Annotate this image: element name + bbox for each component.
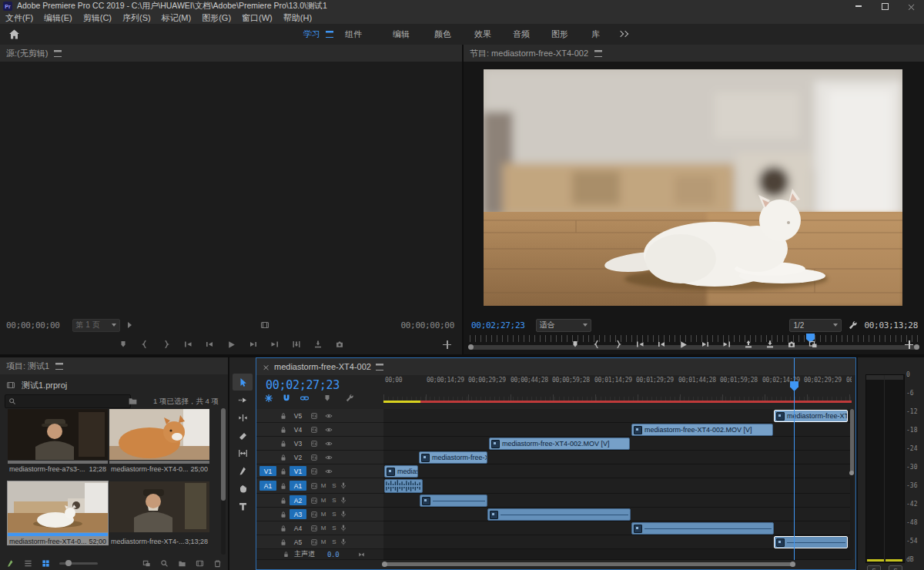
project-scrollbar[interactable] <box>221 408 226 555</box>
solo-right-button[interactable]: S <box>889 565 902 570</box>
nest-sequence-toggle-icon[interactable] <box>264 394 273 403</box>
panel-divider[interactable] <box>462 45 464 354</box>
track-header-a3[interactable]: A3 M S <box>256 508 383 521</box>
lift-icon[interactable] <box>744 340 753 349</box>
menu-item-clip[interactable]: 剪辑(C) <box>78 12 117 24</box>
step-back-icon[interactable] <box>205 340 214 349</box>
clip-v3[interactable]: mediastorm-free-XT4-002.MOV [V] <box>489 438 630 450</box>
sync-lock-icon[interactable] <box>310 538 318 546</box>
more-workspaces-button[interactable] <box>614 28 632 42</box>
play-icon[interactable] <box>226 340 236 350</box>
find-icon[interactable] <box>160 559 169 568</box>
new-bin-icon[interactable] <box>178 559 186 568</box>
close-sequence-icon[interactable] <box>263 364 269 370</box>
clip-v1[interactable]: medias <box>384 465 418 478</box>
tab-editing[interactable]: 编辑 <box>390 28 413 40</box>
lock-icon[interactable] <box>280 511 287 518</box>
pan-bowtie-icon[interactable] <box>357 551 366 558</box>
snap-magnet-icon[interactable] <box>282 394 291 403</box>
clip-a3-audio[interactable] <box>487 508 631 521</box>
project-item-3-selected[interactable]: mediastorm-free-XT4-0... 52;00 <box>7 481 109 545</box>
menu-item-edit[interactable]: 编辑(E) <box>38 12 78 24</box>
track-name[interactable]: V5 <box>290 411 306 421</box>
linked-selection-icon[interactable] <box>300 394 310 403</box>
program-monitor-header[interactable]: 节目: mediastorm-free-XT4-002 <box>464 45 924 62</box>
ripple-edit-tool[interactable] <box>233 409 253 426</box>
add-marker-icon[interactable] <box>119 340 128 349</box>
pen-tool[interactable] <box>233 462 253 479</box>
track-header-a1[interactable]: A1 A1 M S <box>256 478 383 494</box>
sync-lock-icon[interactable] <box>310 511 318 518</box>
clip-v2[interactable]: mediastorm-free-XT4-0 <box>419 451 487 464</box>
clip-a1-audio[interactable] <box>384 479 423 493</box>
mark-in-icon[interactable] <box>140 340 149 349</box>
selection-tool[interactable] <box>233 374 253 391</box>
sync-lock-icon[interactable] <box>310 482 318 490</box>
add-marker-icon[interactable] <box>571 340 580 349</box>
track-name[interactable]: A2 <box>290 495 306 505</box>
solo-button[interactable]: S <box>329 525 340 531</box>
lock-icon[interactable] <box>280 525 287 532</box>
timeline-hscroll-thumb[interactable] <box>383 562 794 566</box>
button-editor-icon[interactable] <box>443 340 451 349</box>
source-patch-slot[interactable] <box>259 424 276 434</box>
project-item-4[interactable]: mediastorm-free-XT4-... 3;13;28 <box>109 481 210 545</box>
solo-button[interactable]: S <box>329 497 340 504</box>
mark-out-icon[interactable] <box>614 340 623 349</box>
icon-view-icon[interactable] <box>42 559 50 568</box>
razor-tool[interactable] <box>233 427 253 444</box>
mark-in-icon[interactable] <box>592 340 601 349</box>
maximize-button[interactable] <box>872 0 898 12</box>
lock-icon[interactable] <box>280 454 287 461</box>
project-item-2[interactable]: mediastorm-free-XT4-0... 25;00 <box>109 408 210 473</box>
home-button[interactable] <box>5 28 23 42</box>
extract-icon[interactable] <box>765 340 775 349</box>
lock-icon[interactable] <box>280 426 287 434</box>
eye-icon[interactable] <box>324 468 333 475</box>
sync-lock-icon[interactable] <box>310 497 318 505</box>
hscroll-handle-right[interactable] <box>790 562 795 567</box>
program-zoom-select[interactable]: 适合 <box>536 319 591 332</box>
solo-left-button[interactable]: S <box>867 565 881 570</box>
tab-color[interactable]: 颜色 <box>431 28 454 40</box>
source-patch-v1[interactable]: V1 <box>259 466 276 476</box>
timeline-settings-wrench-icon[interactable] <box>345 394 354 403</box>
eye-icon[interactable] <box>324 426 333 434</box>
project-item-1[interactable]: mediastorm-free-a7s3-... 12;28 <box>7 408 109 473</box>
insert-icon[interactable] <box>292 340 301 349</box>
clip-a4-audio[interactable] <box>631 522 774 535</box>
mute-button[interactable]: M <box>318 538 329 545</box>
tab-effects[interactable]: 效果 <box>471 28 494 40</box>
source-patch-slot[interactable] <box>259 438 276 448</box>
mark-out-icon[interactable] <box>162 340 171 349</box>
automate-to-sequence-icon[interactable] <box>142 559 151 568</box>
solo-button[interactable]: S <box>329 538 340 545</box>
type-tool[interactable] <box>233 498 253 515</box>
clip-a2-audio[interactable] <box>420 495 487 507</box>
clip-a5-audio-selected[interactable] <box>774 536 848 548</box>
export-frame-icon[interactable] <box>335 340 344 349</box>
mic-voiceover-icon[interactable] <box>340 510 347 518</box>
mute-button[interactable]: M <box>318 511 329 518</box>
timeline-horizontal-scrollbar[interactable] <box>383 562 852 567</box>
solo-button[interactable]: S <box>329 482 340 489</box>
tab-audio[interactable]: 音频 <box>510 28 533 40</box>
tab-libraries[interactable]: 库 <box>588 28 603 40</box>
source-settings-icon[interactable] <box>260 320 270 330</box>
solo-button[interactable]: S <box>329 511 340 518</box>
panel-menu-icon[interactable] <box>594 50 602 57</box>
step-forward-icon[interactable] <box>701 340 710 349</box>
track-header-v3[interactable]: V3 <box>256 437 383 451</box>
source-patch-slot[interactable] <box>259 509 276 519</box>
tab-graphics[interactable]: 图形 <box>548 28 571 40</box>
program-video-frame[interactable] <box>484 69 902 306</box>
track-name[interactable]: A3 <box>290 509 306 519</box>
source-patch-slot[interactable] <box>259 411 276 421</box>
lock-icon[interactable] <box>283 551 290 558</box>
source-zoom-select[interactable]: 第 1 页 <box>72 319 120 332</box>
program-resolution-select[interactable]: 1/2 <box>789 319 842 332</box>
source-monitor-header[interactable]: 源:(无剪辑) <box>0 45 462 62</box>
track-header-a5[interactable]: A5 M S <box>256 535 383 549</box>
lock-icon[interactable] <box>280 412 287 420</box>
vscroll-handle[interactable] <box>849 471 854 475</box>
